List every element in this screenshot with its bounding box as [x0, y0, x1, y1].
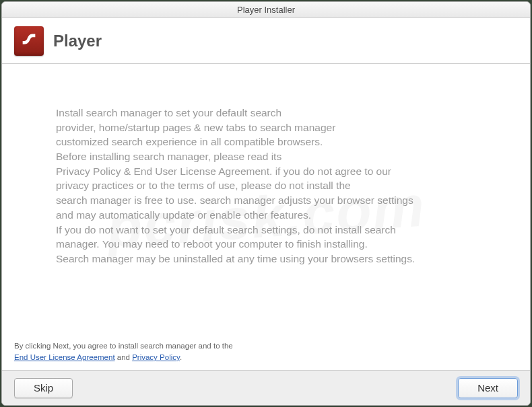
flash-icon: [14, 26, 44, 56]
body-text: Install search manager to set your defau…: [56, 106, 476, 266]
privacy-link[interactable]: Privacy Policy: [132, 353, 180, 361]
titlebar: Player Installer: [2, 2, 530, 18]
skip-button[interactable]: Skip: [14, 378, 73, 398]
eula-link[interactable]: End User License Agreement: [14, 353, 115, 361]
flash-glyph-icon: [20, 32, 38, 50]
agreement-suffix: .: [180, 353, 182, 361]
next-button[interactable]: Next: [458, 378, 518, 398]
agreement-text: By clicking Next, you agree to install s…: [14, 340, 233, 364]
app-title: Player: [53, 32, 102, 50]
agreement-prefix: By clicking Next, you agree to install s…: [14, 342, 233, 350]
footer: Skip Next: [2, 370, 530, 405]
window-title: Player Installer: [237, 5, 295, 15]
agreement-and: and: [115, 353, 133, 361]
installer-window: Player Installer Player pcrisk.com Insta…: [1, 1, 531, 406]
content-area: pcrisk.com Install search manager to set…: [2, 64, 530, 370]
header: Player: [2, 18, 530, 64]
